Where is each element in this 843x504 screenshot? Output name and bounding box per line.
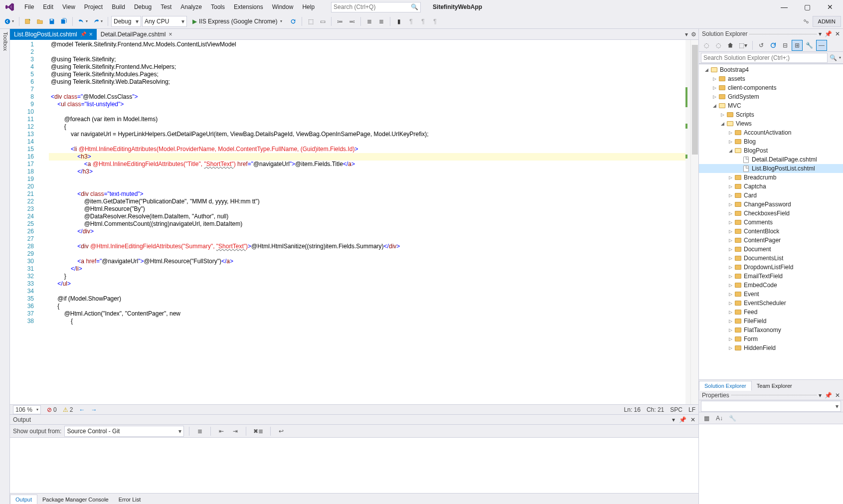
live-share-icon[interactable]	[801, 16, 812, 27]
tree-folder[interactable]: ▷Captcha	[699, 182, 843, 191]
menu-build[interactable]: Build	[107, 1, 130, 12]
prop-az-icon[interactable]: A↓	[714, 413, 725, 424]
tree-folder[interactable]: ◢BlogPost	[699, 146, 843, 155]
restore-button[interactable]: ▢	[800, 3, 814, 11]
menu-project[interactable]: Project	[80, 1, 107, 12]
se-collapse-icon[interactable]: ⊟	[780, 40, 791, 51]
menu-extensions[interactable]: Extensions	[229, 1, 268, 12]
tree-folder[interactable]: ▷EventScheduler	[699, 299, 843, 308]
close-icon[interactable]: ✕	[835, 392, 840, 399]
platform-combo[interactable]: Any CPU▾	[142, 16, 187, 27]
se-search-input[interactable]	[701, 53, 828, 63]
se-sync-icon[interactable]: ↺	[756, 40, 767, 51]
tree-folder[interactable]: ◢Views	[699, 119, 843, 128]
close-button[interactable]: ✕	[823, 3, 837, 11]
tb-icon-8[interactable]: ¶	[417, 16, 428, 27]
out-tb-clear[interactable]: ✖≣	[251, 426, 265, 437]
quick-search[interactable]: 🔍	[331, 2, 421, 12]
browser-refresh-icon[interactable]	[288, 16, 299, 27]
tree-folder[interactable]: ▷Card	[699, 191, 843, 200]
admin-badge[interactable]: ADMIN	[813, 16, 841, 27]
out-tb-1[interactable]: ≣	[194, 426, 205, 437]
out-tb-wrap[interactable]: ↩	[276, 426, 287, 437]
se-showall-icon[interactable]: ⊞	[792, 40, 803, 51]
tb-icon-6[interactable]: ≣	[376, 16, 387, 27]
warning-count[interactable]: ⚠2	[63, 406, 73, 413]
tree-folder[interactable]: ▷ChangePassword	[699, 200, 843, 209]
output-tab[interactable]: Error List	[114, 495, 146, 504]
tb-icon-1[interactable]: ⬚	[305, 16, 316, 27]
tree-folder[interactable]: ▷GridSystem	[699, 92, 843, 101]
nav-prev-icon[interactable]: ←	[79, 406, 85, 413]
menu-help[interactable]: Help	[298, 1, 319, 12]
output-tab[interactable]: Package Manager Console	[37, 495, 114, 504]
output-source-combo[interactable]: Source Control - Git▾	[64, 426, 184, 437]
prop-pages-icon[interactable]: 🔧	[727, 413, 738, 424]
tree-folder[interactable]: ▷ContentBlock	[699, 227, 843, 236]
out-tb-2[interactable]: ⇤	[216, 426, 227, 437]
solution-tree[interactable]: ◢Bootstrap4▷assets▷client-components▷Gri…	[699, 64, 843, 379]
save-all-icon[interactable]	[58, 16, 69, 27]
indent-spc[interactable]: SPC	[670, 406, 682, 413]
se-refresh-icon[interactable]	[768, 40, 779, 51]
se-preview-icon[interactable]: —	[816, 40, 827, 51]
properties-grid[interactable]	[699, 424, 843, 504]
right-panel-tab[interactable]: Solution Explorer	[699, 381, 752, 391]
menu-tools[interactable]: Tools	[206, 1, 229, 12]
tree-folder[interactable]: ▷AccountActivation	[699, 128, 843, 137]
zoom-combo[interactable]: 106 %▾	[13, 405, 41, 414]
document-tab[interactable]: Detail.DetailPage.cshtml×	[97, 29, 176, 40]
config-combo[interactable]: Debug▾	[111, 16, 141, 27]
gear-icon[interactable]: ⚙	[691, 31, 696, 38]
menu-file[interactable]: File	[20, 1, 38, 12]
error-count[interactable]: ⊘0	[47, 406, 57, 413]
tree-folder[interactable]: ▷FileField	[699, 317, 843, 326]
document-tab[interactable]: List.BlogPostList.cshtml📌×	[10, 29, 97, 40]
start-debug-button[interactable]: ▶ IIS Express (Google Chrome) ▾	[188, 16, 287, 27]
tree-folder[interactable]: ▷Scripts	[699, 110, 843, 119]
tree-folder[interactable]: ▷Form	[699, 335, 843, 343]
close-icon[interactable]: ✕	[835, 30, 840, 37]
chevron-down-icon[interactable]: ▾	[819, 30, 822, 37]
tb-icon-5[interactable]: ≣	[364, 16, 375, 27]
pin-icon[interactable]: 📌	[825, 30, 832, 37]
menu-view[interactable]: View	[58, 1, 80, 12]
search-icon[interactable]: 🔍	[830, 54, 837, 61]
line-ending[interactable]: LF	[688, 406, 695, 413]
tree-folder[interactable]: ▷Feed	[699, 308, 843, 317]
bookmark-icon[interactable]: ▮	[393, 16, 404, 27]
tree-file[interactable]: List.BlogPostList.cshtml	[699, 164, 843, 173]
right-panel-tab[interactable]: Team Explorer	[752, 381, 797, 390]
tb-icon-4[interactable]: ≕	[346, 16, 357, 27]
output-tab[interactable]: Output	[10, 495, 37, 504]
tree-folder[interactable]: ▷client-components	[699, 83, 843, 92]
tree-folder[interactable]: ▷Breadcrumb	[699, 173, 843, 182]
tree-folder[interactable]: ◢MVC	[699, 101, 843, 110]
tb-icon-3[interactable]: ≔	[335, 16, 345, 27]
menu-edit[interactable]: Edit	[38, 1, 58, 12]
editor-scrollbar-v[interactable]	[690, 40, 698, 404]
redo-icon[interactable]: ▾	[91, 16, 105, 27]
se-fwd-icon[interactable]: ◌	[713, 40, 724, 51]
tree-folder[interactable]: ▷EmailTextField	[699, 272, 843, 281]
se-prop-icon[interactable]: 🔧	[804, 40, 815, 51]
nav-back-icon[interactable]: ▾	[2, 16, 16, 27]
tree-folder[interactable]: ▷assets	[699, 74, 843, 83]
toolbox-tab[interactable]: Toolbox	[0, 29, 10, 504]
chevron-down-icon[interactable]: ▾	[685, 31, 688, 38]
tree-folder[interactable]: ▷Document	[699, 245, 843, 254]
nav-next-icon[interactable]: →	[91, 406, 97, 413]
close-panel-icon[interactable]: ✕	[690, 416, 695, 423]
tree-file[interactable]: Detail.DetailPage.cshtml	[699, 155, 843, 164]
tree-folder[interactable]: ▷CheckboxesField	[699, 209, 843, 218]
outlining-margin[interactable]	[40, 40, 49, 404]
menu-window[interactable]: Window	[268, 1, 298, 12]
code-editor[interactable]: 1234567891011121314151617181920212223242…	[10, 40, 698, 404]
prop-cat-icon[interactable]: ▦	[701, 413, 712, 424]
se-switch-icon[interactable]: ⬚▾	[737, 40, 749, 51]
tree-folder[interactable]: ◢Bootstrap4	[699, 65, 843, 74]
tree-folder[interactable]: ▷DropdownListField	[699, 263, 843, 272]
tree-folder[interactable]: ▷ContentPager	[699, 236, 843, 245]
pin-icon[interactable]: 📌	[679, 416, 686, 423]
tb-icon-7[interactable]: ¶	[405, 16, 416, 27]
